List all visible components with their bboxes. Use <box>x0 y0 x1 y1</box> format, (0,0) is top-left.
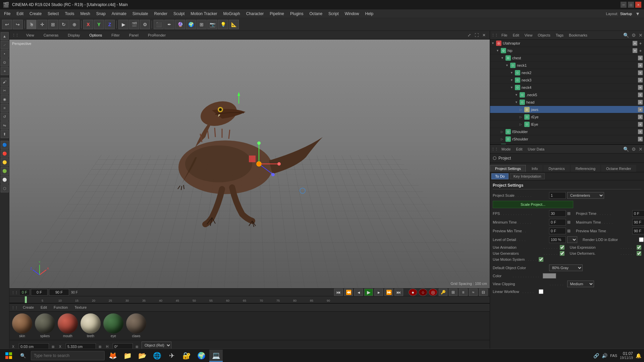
move-tool[interactable]: ✛ <box>37 20 47 29</box>
view-clipping-select[interactable]: Medium Small Large <box>567 281 594 287</box>
expand-arrow[interactable]: ▼ <box>510 71 515 74</box>
menu-sculpt[interactable]: Sculpt <box>171 10 187 17</box>
menu-edit[interactable]: Edit <box>14 10 26 17</box>
material-ball-mouth[interactable] <box>58 313 78 334</box>
min-time-input[interactable] <box>549 219 566 226</box>
prop-menu-mode[interactable]: Mode <box>499 146 513 152</box>
obj-item-neck4[interactable]: ▼ ⊙ neck4 ● <box>490 84 644 91</box>
menu-plugins[interactable]: Plugins <box>287 10 306 17</box>
menu-mesh[interactable]: Mesh <box>77 10 93 17</box>
search-icon[interactable]: 🔍 <box>623 33 629 38</box>
obj-item-utahraptor[interactable]: ▼ ◎ Utahraptor ● ◈ <box>490 40 644 47</box>
obj-item-neck5[interactable]: ▼ ⊙ .neck5 ● <box>490 91 644 99</box>
app-cinema4d[interactable]: 💻 <box>209 350 223 362</box>
material-eye[interactable]: eye <box>103 313 123 338</box>
menu-octane[interactable]: Octane <box>307 10 325 17</box>
obj-menu-view[interactable]: View <box>523 33 535 38</box>
app-security[interactable]: 🔐 <box>180 350 193 362</box>
expand-arrow[interactable]: ▷ <box>520 123 524 126</box>
close-button[interactable]: ✕ <box>635 2 641 8</box>
obj-menu-bookmarks[interactable]: Bookmarks <box>567 33 589 38</box>
lod-select[interactable] <box>567 236 577 243</box>
mat-menu-function[interactable]: Function <box>52 305 70 310</box>
material-teeth[interactable]: teeth <box>80 313 101 338</box>
app-browser[interactable]: 🌐 <box>150 350 164 362</box>
obj-badge-tag[interactable]: ◈ <box>638 41 643 46</box>
app-explorer[interactable]: 📂 <box>136 350 149 362</box>
menu-tools[interactable]: Tools <box>62 10 77 17</box>
obj-badge[interactable]: ● <box>638 137 643 141</box>
obj-badge[interactable]: ● <box>638 144 643 144</box>
tool-melt[interactable]: ◉ <box>1 95 9 103</box>
expand-arrow[interactable]: ▼ <box>515 93 520 97</box>
keyframe-btn[interactable]: ◎ <box>429 289 437 296</box>
mat-menu-texture[interactable]: Texture <box>72 305 89 310</box>
subtab-todo[interactable]: To Do <box>491 173 508 179</box>
step-forward-btn[interactable]: ▸ <box>374 289 383 296</box>
project-scale-unit-select[interactable]: Centimeters Meters Inches <box>567 192 604 199</box>
obj-badge[interactable]: ● <box>633 48 637 53</box>
obj-badge[interactable]: ● <box>638 70 643 75</box>
viewport-menu-view[interactable]: View <box>24 33 36 38</box>
timeline-mode-btn[interactable]: ≡ <box>459 289 468 296</box>
start-button[interactable] <box>3 350 15 361</box>
obj-badge[interactable]: ● <box>638 115 643 119</box>
tab-octane-render[interactable]: Octane Render <box>601 165 636 172</box>
light-tool[interactable]: 💡 <box>218 20 228 29</box>
end-frame-input[interactable] <box>49 289 69 296</box>
expand-arrow[interactable]: ▼ <box>505 64 510 67</box>
tool-paint[interactable]: 🖌 <box>1 78 9 86</box>
fps-spinner[interactable]: ⊞ <box>567 211 571 216</box>
prop-search-icon[interactable]: 🔍 <box>623 146 629 152</box>
obj-badge[interactable]: ● <box>638 100 643 105</box>
prop-menu-userdata[interactable]: User Data <box>526 146 547 152</box>
tool-sculpt5[interactable]: ⚪ <box>1 176 9 184</box>
project-time-input[interactable] <box>632 210 644 217</box>
use-expression-checkbox[interactable] <box>637 245 641 250</box>
obj-manager-close-icon[interactable]: ✕ <box>639 33 643 38</box>
select-tool[interactable]: 🖱 <box>26 20 37 29</box>
tab-dynamics[interactable]: Dynamics <box>543 165 570 172</box>
step-back-btn[interactable]: ⏪ <box>344 289 353 296</box>
viewport-menu-cameras[interactable]: Cameras <box>42 33 61 38</box>
obj-badge[interactable]: ● <box>638 78 643 82</box>
redo-button[interactable]: ↪ <box>13 20 23 29</box>
use-motion-system-checkbox[interactable] <box>539 257 543 262</box>
step-fwd-btn[interactable]: ⏩ <box>384 289 393 296</box>
viewport-menu-display[interactable]: Display <box>66 33 82 38</box>
menu-script[interactable]: Script <box>326 10 341 17</box>
obj-item-reye[interactable]: ▷ ⊙ rEye ● <box>490 113 644 121</box>
tray-network-icon[interactable]: 🔗 <box>593 353 599 358</box>
menu-select[interactable]: Select <box>45 10 61 17</box>
obj-item-neck1[interactable]: ▼ ⊙ neck1 ● <box>490 62 644 69</box>
mat-menu-create[interactable]: Create <box>21 305 36 310</box>
obj-item-leye[interactable]: ▷ ⊙ lEye ● <box>490 121 644 128</box>
undo-button[interactable]: ↩ <box>2 20 12 29</box>
menu-window[interactable]: Window <box>342 10 362 17</box>
pen-tool[interactable]: ✒ <box>164 20 174 29</box>
tool-extrude[interactable]: ⬆ <box>1 130 9 138</box>
obj-menu-tags[interactable]: Tags <box>554 33 566 38</box>
obj-item-rshoulder[interactable]: ▷ ⊙ rShoulder ● <box>490 135 644 143</box>
grid-tool[interactable]: ⊞ <box>197 20 207 29</box>
expand-arrow[interactable]: ▼ <box>491 42 496 45</box>
obj-badge[interactable]: ● <box>638 122 643 127</box>
prop-close-icon[interactable]: ✕ <box>639 146 643 152</box>
transform-tool[interactable]: ⊕ <box>69 20 79 29</box>
viewport-menu-panel[interactable]: Panel <box>127 33 141 38</box>
viewport-close-icon[interactable]: ✕ <box>481 32 487 38</box>
menu-simulate[interactable]: Simulate <box>130 10 151 17</box>
record-all-btn[interactable]: ○ <box>419 289 427 296</box>
obj-badge[interactable]: ● <box>638 107 643 112</box>
tool-sculpt3[interactable]: 🟡 <box>1 158 9 166</box>
tool-slide[interactable]: ≡ <box>1 104 9 112</box>
obj-badge[interactable]: ● <box>638 56 643 60</box>
expand-arrow[interactable]: ▼ <box>510 78 515 82</box>
rotate-tool[interactable]: ↻ <box>59 20 69 29</box>
notification-icon[interactable]: 🔔 <box>636 353 641 358</box>
obj-badge[interactable]: ● <box>638 63 643 68</box>
tool-sculpt2[interactable]: 🔴 <box>1 149 9 158</box>
material-spikes[interactable]: spikes <box>35 313 55 338</box>
goto-start-btn[interactable]: ⏮ <box>334 289 343 296</box>
obj-badge[interactable]: ● <box>638 129 643 134</box>
